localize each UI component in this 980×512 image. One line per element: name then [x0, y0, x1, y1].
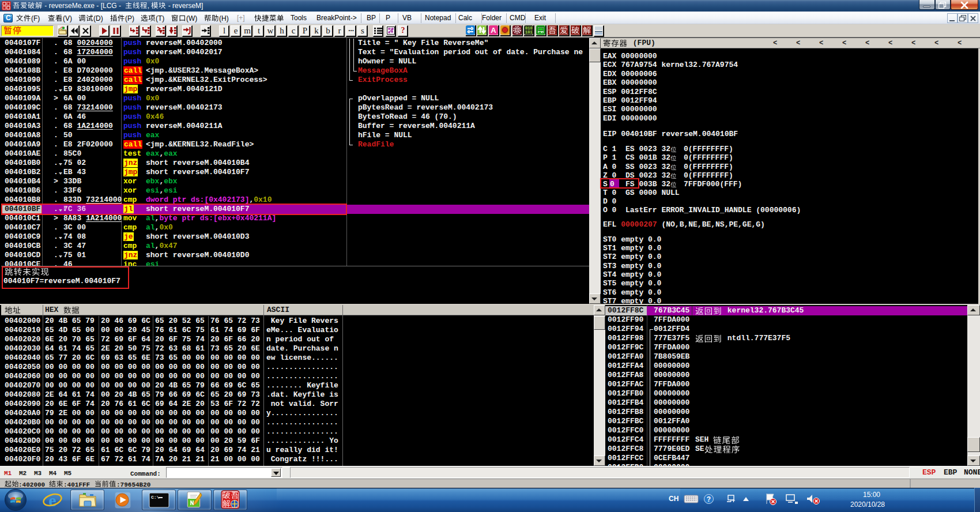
svg-text:?: ?: [707, 495, 711, 503]
svg-text:A: A: [491, 26, 496, 35]
svg-text:101: 101: [525, 30, 533, 35]
svg-text:C:\: C:\: [151, 495, 160, 500]
